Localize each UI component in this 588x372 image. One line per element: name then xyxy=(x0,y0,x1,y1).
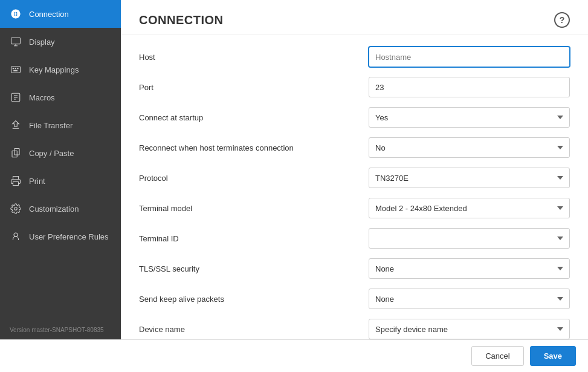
protocol-select[interactable]: TN3270E TN3270 TN3270S xyxy=(369,168,570,188)
svg-point-18 xyxy=(15,207,18,210)
file-transfer-icon xyxy=(10,119,22,131)
sidebar-item-label: File Transfer xyxy=(29,121,73,130)
sidebar-item-key-mappings[interactable]: Key Mappings xyxy=(0,56,121,83)
protocol-label: Protocol xyxy=(139,174,369,183)
svg-rect-6 xyxy=(13,68,14,69)
sidebar-item-user-preference-rules[interactable]: User Preference Rules xyxy=(0,223,121,250)
terminal-id-row: Terminal ID xyxy=(139,228,570,249)
terminal-model-label: Terminal model xyxy=(139,204,369,213)
content-header: CONNECTION ? xyxy=(121,0,588,34)
svg-point-19 xyxy=(14,233,18,237)
sidebar-item-label: Print xyxy=(29,177,45,186)
reconnect-row: Reconnect when host terminates connectio… xyxy=(139,137,570,158)
print-icon xyxy=(10,175,22,187)
host-row: Host xyxy=(139,47,570,67)
sidebar-item-label: User Preference Rules xyxy=(29,232,109,241)
port-input[interactable] xyxy=(369,77,570,97)
tls-ssl-label: TLS/SSL security xyxy=(139,264,369,273)
protocol-row: Protocol TN3270E TN3270 TN3270S xyxy=(139,168,570,188)
svg-rect-17 xyxy=(13,182,19,186)
save-button[interactable]: Save xyxy=(530,346,576,366)
sidebar-item-print[interactable]: Print xyxy=(0,167,121,195)
sidebar-item-label: Customization xyxy=(29,204,79,214)
page-title: CONNECTION xyxy=(139,13,223,27)
macros-icon xyxy=(10,91,22,103)
footer: Cancel Save xyxy=(0,339,588,372)
terminal-model-row: Terminal model Model 2 - 24x80 Extended … xyxy=(139,198,570,218)
svg-rect-8 xyxy=(17,68,18,69)
sidebar-version: Version master-SNAPSHOT-80835 xyxy=(0,321,121,339)
sidebar-item-label: Macros xyxy=(29,93,55,102)
terminal-id-select[interactable] xyxy=(369,228,570,249)
keep-alive-select[interactable]: None Yes xyxy=(369,289,570,309)
help-button[interactable]: ? xyxy=(554,12,570,28)
svg-rect-5 xyxy=(11,67,21,73)
cancel-button[interactable]: Cancel xyxy=(471,346,523,366)
keep-alive-label: Send keep alive packets xyxy=(139,295,369,304)
terminal-model-select[interactable]: Model 2 - 24x80 Extended Model 3 - 32x80… xyxy=(369,198,570,218)
sidebar-item-file-transfer[interactable]: File Transfer xyxy=(0,111,121,139)
sidebar-item-label: Key Mappings xyxy=(29,65,79,74)
svg-rect-2 xyxy=(11,38,21,44)
reconnect-label: Reconnect when host terminates connectio… xyxy=(139,143,369,152)
sidebar-item-copy-paste[interactable]: Copy / Paste xyxy=(0,139,121,167)
copy-paste-icon xyxy=(10,147,22,159)
tls-ssl-row: TLS/SSL security None SSL TLS xyxy=(139,258,570,279)
port-row: Port xyxy=(139,77,570,97)
tls-ssl-select[interactable]: None SSL TLS xyxy=(369,258,570,279)
svg-point-1 xyxy=(15,13,17,15)
port-label: Port xyxy=(139,83,369,92)
reconnect-select[interactable]: No Yes xyxy=(369,137,570,158)
sidebar-item-macros[interactable]: Macros xyxy=(0,83,121,111)
connection-icon xyxy=(10,8,22,20)
sidebar: Connection Display Key Mappings Macros F… xyxy=(0,0,121,339)
user-preference-rules-icon xyxy=(10,230,22,243)
svg-rect-7 xyxy=(15,68,16,69)
display-icon xyxy=(10,36,22,48)
connect-startup-label: Connect at startup xyxy=(139,113,369,122)
keep-alive-row: Send keep alive packets None Yes xyxy=(139,289,570,309)
sidebar-item-label: Copy / Paste xyxy=(29,149,74,158)
sidebar-item-label: Display xyxy=(29,38,55,47)
device-name-select[interactable]: Specify device name None xyxy=(369,319,570,339)
device-name-row: Device name Specify device name None xyxy=(139,319,570,339)
host-input[interactable] xyxy=(369,47,570,67)
host-label: Host xyxy=(139,53,369,62)
sidebar-item-customization[interactable]: Customization xyxy=(0,195,121,223)
svg-rect-9 xyxy=(13,70,18,71)
sidebar-item-label: Connection xyxy=(29,10,69,19)
key-mappings-icon xyxy=(10,64,22,76)
terminal-id-label: Terminal ID xyxy=(139,234,369,243)
customization-icon xyxy=(10,203,22,215)
content-body: Host Port Connect at startup Yes No Reco… xyxy=(121,34,588,339)
connect-startup-row: Connect at startup Yes No xyxy=(139,107,570,128)
sidebar-item-connection[interactable]: Connection xyxy=(0,0,121,28)
connect-startup-select[interactable]: Yes No xyxy=(369,107,570,128)
sidebar-item-display[interactable]: Display xyxy=(0,28,121,56)
content-area: CONNECTION ? Host Port Connect at startu… xyxy=(121,0,588,339)
device-name-label: Device name xyxy=(139,325,369,334)
